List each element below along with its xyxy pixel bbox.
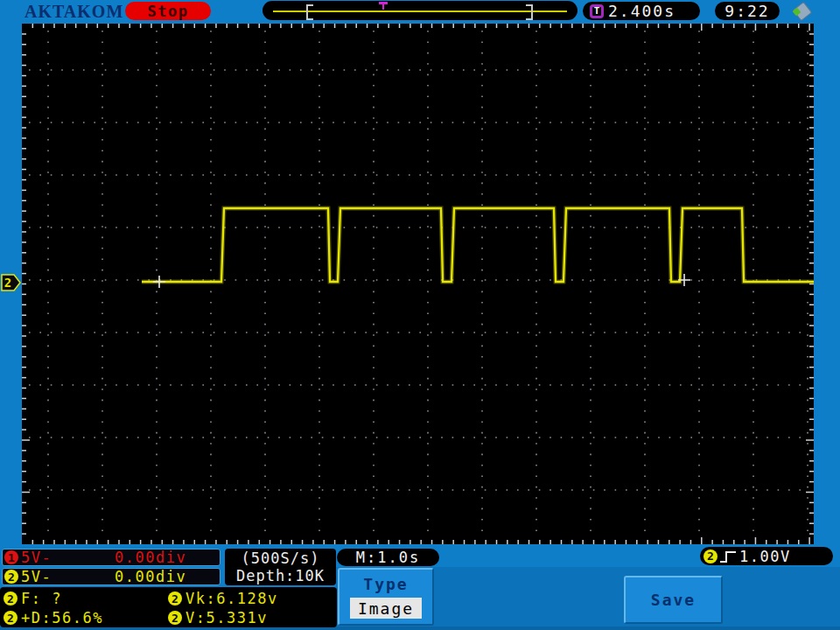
window-right-bracket xyxy=(526,4,533,20)
waveform-display xyxy=(22,24,814,544)
channel1-scale: 5V- xyxy=(21,549,52,566)
channel2-offset: 0.00div xyxy=(115,568,186,585)
channel1-info: 1 5V- 0.00div xyxy=(2,549,220,566)
acquisition-status-badge: Stop xyxy=(125,2,211,20)
measurement-duty: 2 +D:56.6% xyxy=(4,609,103,626)
sample-rate: (500S/s) xyxy=(242,550,320,567)
trigger-time-value: 2.400s xyxy=(608,2,676,20)
waveform-svg xyxy=(22,24,814,544)
window-left-bracket xyxy=(306,4,313,20)
channel2-badge: 2 xyxy=(168,592,182,606)
channel2-scale: 5V- xyxy=(21,568,52,585)
clock-badge: 9:22 xyxy=(715,2,780,20)
memory-depth: Depth:10K xyxy=(236,567,325,584)
channel2-badge: 2 xyxy=(168,611,182,625)
channel2-badge: 2 xyxy=(4,570,18,584)
measurement-frequency: 2 F: ? xyxy=(4,590,62,607)
measurement-voltage: 2 V:5.331v xyxy=(168,609,268,626)
rising-edge-icon xyxy=(719,549,737,564)
measurement-vk: 2 Vk:6.128v xyxy=(168,590,278,607)
trigger-level-value: 1.00V xyxy=(739,548,791,565)
sample-info: (500S/s) Depth:10K xyxy=(225,549,336,585)
trigger-position-icon xyxy=(379,2,388,10)
type-menu-title: Type xyxy=(340,575,432,593)
save-button[interactable]: Save xyxy=(624,576,723,624)
record-line xyxy=(273,10,567,12)
record-position-bar xyxy=(262,1,578,20)
channel1-badge: 1 xyxy=(4,550,18,564)
channel2-badge: 2 xyxy=(4,611,18,625)
measurements-panel: 2 F: ? 2 Vk:6.128v 2 +D:56.6% 2 V:5.331v xyxy=(0,587,337,627)
type-menu-selected-value[interactable]: Image xyxy=(350,598,422,619)
trigger-channel-badge: 2 xyxy=(704,550,718,564)
channel2-badge: 2 xyxy=(4,592,18,606)
oscilloscope-screen: { "top_bar": { "brand": "AKTAKOM", "acq_… xyxy=(0,0,840,630)
usb-storage-icon xyxy=(792,2,813,21)
trigger-settings-badge: 2 1.00V xyxy=(700,547,833,565)
channel2-position-marker: 2 xyxy=(1,274,21,291)
svg-text:2: 2 xyxy=(4,276,11,290)
channel2-info: 2 5V- 0.00div xyxy=(2,568,220,585)
trigger-icon: T xyxy=(590,4,604,18)
timebase-badge: M:1.0s xyxy=(337,549,439,566)
brand-logo: AKTAKOM xyxy=(24,2,123,22)
trigger-time-badge: T 2.400s xyxy=(583,2,700,20)
type-menu-button[interactable]: Type Image xyxy=(338,568,434,626)
channel1-offset: 0.00div xyxy=(115,549,186,566)
